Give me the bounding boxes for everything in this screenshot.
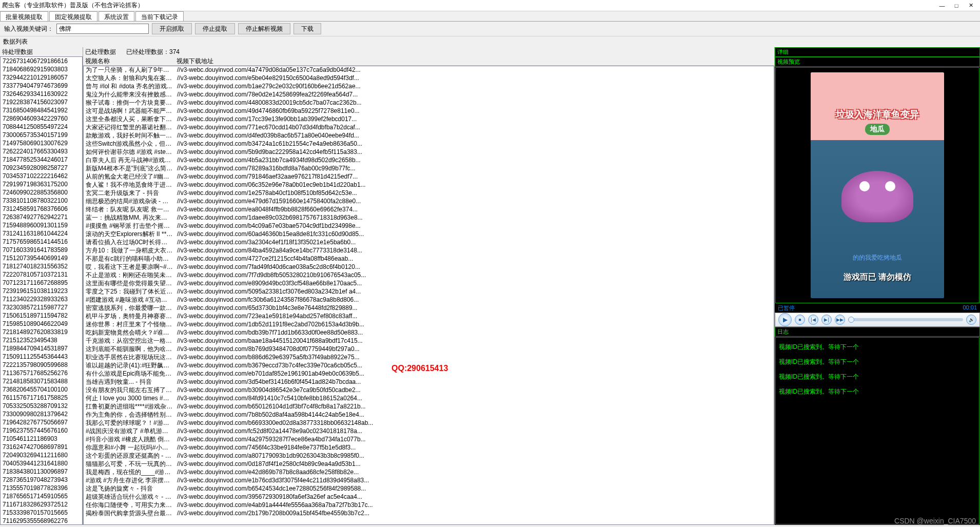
- volume-button[interactable]: 🔊: [966, 315, 976, 325]
- processed-row[interactable]: 职业选手居然在比赛现场玩这些游戏...//v3-webc.douyinvod.c…: [84, 354, 774, 362]
- processed-row[interactable]: 新版M4根本不是"到底"这么简单！后...//v3-webc.douyinvod…: [84, 165, 774, 173]
- tab-download-log[interactable]: 当前下载记录: [135, 11, 184, 21]
- tab-settings[interactable]: 系统设置: [99, 11, 134, 21]
- pending-row[interactable]: 7222135798090599688: [1, 361, 82, 369]
- processed-row[interactable]: 不止是游戏：刚刚还在啪笑未成年人...//v3-webc.douyinvod.c…: [84, 271, 774, 280]
- pending-row[interactable]: 7196428276775056697: [1, 418, 82, 426]
- pending-row[interactable]: 7316247427068697891: [1, 443, 82, 451]
- pending-row[interactable]: 7159488960091301159: [1, 221, 82, 229]
- pending-row[interactable]: 7326462933411630922: [1, 90, 82, 98]
- processed-row[interactable]: 太空狼人杀：射狼和内鬼在案发现场...//v3-webc.douyinvod.c…: [84, 74, 774, 83]
- close-button[interactable]: ✕: [964, 2, 978, 9]
- processed-row[interactable]: 超级英雄适合玩什么游戏々 - 抖音//v3-webc.douyinvod.com…: [84, 493, 774, 501]
- processed-row[interactable]: 鬼泣为什么能带来没有挫败感的挑战...//v3-webc.douyinvod.c…: [84, 91, 774, 99]
- processed-row[interactable]: 谁以超越的记录(41):#狂野飙车9七...//v3-webc.douyinvo…: [84, 362, 774, 370]
- processed-row[interactable]: 为了一只坐骑，有人刷了9年？看来...//v3-webc.douyinvod.c…: [84, 66, 774, 74]
- pending-row[interactable]: 7263874927762942271: [1, 213, 82, 221]
- pending-row[interactable]: 7135557019877828396: [1, 484, 82, 492]
- processed-row[interactable]: 款敞游戏，我好长时间不触一个人...//v3-webc.douyinvod.co…: [84, 132, 774, 140]
- pending-row[interactable]: 7262224017665330493: [1, 147, 82, 155]
- pending-row[interactable]: 7040539441231641880: [1, 459, 82, 467]
- pending-row[interactable]: 7184068692915903803: [1, 65, 82, 73]
- processed-row[interactable]: 细思极恐的结局#游戏杂谈 - 抖音//v3-webc.douyinvod.com…: [84, 198, 774, 206]
- start-crawl-button[interactable]: 开启抓取: [152, 23, 192, 34]
- pending-row[interactable]: 7323038572115987727: [1, 303, 82, 311]
- pending-row[interactable]: 7222078105710372131: [1, 270, 82, 279]
- pending-row[interactable]: 7226731406729186616: [1, 57, 82, 65]
- log-panel[interactable]: 视频ID已搜索到。等待下一个视频ID已搜索到。等待下一个视频ID已搜索到。等待下…: [775, 337, 979, 524]
- seek-slider[interactable]: [848, 318, 963, 321]
- pending-row[interactable]: 7218148927620833819: [1, 328, 82, 336]
- processed-row[interactable]: 吃妈新宠物竟然会晴火？#谁言1v4 #...//v3-webc.douyinvo…: [84, 329, 774, 337]
- processed-list[interactable]: 为了一只坐骑，有人刷了9年？看来...//v3-webc.douyinvod.c…: [83, 66, 774, 525]
- processed-row[interactable]: 玄冥二老升级版来了 - 抖音//v3-webc.douyinvod.com/1e…: [84, 189, 774, 198]
- play-button[interactable]: ▶: [778, 313, 792, 326]
- processed-row[interactable]: 终结者：队友呢 队友呢 救一下呗#...//v3-webc.douyinvod.…: [84, 206, 774, 214]
- pending-row[interactable]: 7239196151038119223: [1, 287, 82, 295]
- download-button[interactable]: 下载: [293, 23, 321, 34]
- processed-row[interactable]: 这是飞扬的旋窝々 - 抖音//v3-webc.douyinvod.com/b65…: [84, 485, 774, 493]
- pending-row[interactable]: 7092345928098258727: [1, 164, 82, 172]
- tab-batch-extract[interactable]: 批量视频提取: [0, 11, 48, 21]
- pending-row[interactable]: 7105461121186903: [1, 435, 82, 443]
- pending-row[interactable]: 7159851089046622049: [1, 320, 82, 328]
- pending-row[interactable]: 7287365197048273943: [1, 476, 82, 484]
- processed-row[interactable]: 任你海口随便夸，可用实力来碾压！...//v3-webc.douyinvod.c…: [84, 501, 774, 510]
- processed-row[interactable]: 我那么可爱的球球呢？！#游戏 #游...//v3-webc.douyinvod.…: [84, 419, 774, 427]
- pending-row[interactable]: 7151207395440699149: [1, 254, 82, 262]
- pending-row[interactable]: 7196237557445676160: [1, 426, 82, 435]
- processed-row[interactable]: 蓝一：挑战精致MM, 再次来到玄二个...//v3-webc.douyinvod…: [84, 214, 774, 222]
- pending-row[interactable]: 7053325053288709132: [1, 402, 82, 410]
- stop-button[interactable]: ■: [795, 315, 805, 325]
- processed-row[interactable]: 你愿意和#小舞 一起玩吗#小小游乐...//v3-webc.douyinvod.…: [84, 444, 774, 452]
- processed-row[interactable]: #团建游戏 #趣味游戏 #互动游戏 #1...//v3-webc.douyinv…: [84, 296, 774, 304]
- processed-row[interactable]: 没有朋友的我只能左右互搏了~#游戏...//v3-webc.douyinvod.…: [84, 386, 774, 395]
- processed-row[interactable]: 零度之下25：我碰到了体长近百米的...//v3-webc.douyinvod.…: [84, 288, 774, 296]
- pending-row[interactable]: 7071603391641783589: [1, 246, 82, 254]
- pending-row[interactable]: 7329442210129186057: [1, 73, 82, 82]
- processed-row[interactable]: 这些Switch游戏虽然小众，但请务必...//v3-webc.douyinvo…: [84, 140, 774, 148]
- pending-row[interactable]: 7116295355568962276: [1, 517, 82, 525]
- pending-row[interactable]: 7215123523495438: [1, 336, 82, 344]
- processed-row[interactable]: 密室逃脱系列，你最爱哪一款? #游...//v3-webc.douyinvod.…: [84, 304, 774, 313]
- next-button[interactable]: ▶|: [821, 315, 832, 325]
- processed-row[interactable]: 滚动的天空Explorers解析 II ******...//v3-webc.d…: [84, 230, 774, 239]
- pending-row[interactable]: 7300065735340157199: [1, 131, 82, 139]
- processed-row[interactable]: 食人鲨！我不停地觅食终于进化成功...//v3-webc.douyinvod.c…: [84, 181, 774, 189]
- pending-row[interactable]: 7034537102222216462: [1, 172, 82, 180]
- processed-row[interactable]: 请看位插入在过场0C时长得像个人#...//v3-webc.douyinvod.…: [84, 239, 774, 247]
- processed-row[interactable]: #抖音小游戏 #橡皮人跳酷 倒看跳酪...//v3-webc.douyinvod…: [84, 436, 774, 444]
- processed-row[interactable]: 机甲斗罗场，奥特曼月神赛赛大战竟...//v3-webc.douyinvod.c…: [84, 313, 774, 321]
- processed-row[interactable]: 白章夫人后 再无斗战神#游戏杂谈#...//v3-webc.douyinvod.…: [84, 157, 774, 165]
- processed-row[interactable]: 扛鲁初夏的进组啦****#游戏杂谈 #...//v3-webc.douyinvo…: [84, 403, 774, 411]
- pending-row[interactable]: 7153339870157015665: [1, 509, 82, 517]
- processed-row[interactable]: 何止 I love you 3000 times #钢铁侠 #...//v3-w…: [84, 395, 774, 403]
- pending-row[interactable]: 7181274018231556352: [1, 262, 82, 270]
- pending-row[interactable]: 7368206455704100100: [1, 385, 82, 394]
- processed-row[interactable]: 我是梅西，现在慌的____#游戏精...//v3-webc.douyinvod.…: [84, 469, 774, 477]
- keyword-input[interactable]: [56, 24, 149, 34]
- processed-row[interactable]: 从前的氪金大老已经没了#幽还水寒#...//v3-webc.douyinvod.…: [84, 173, 774, 181]
- pending-row[interactable]: 7286904609342229760: [1, 114, 82, 123]
- maximize-button[interactable]: □: [949, 3, 964, 9]
- processed-row[interactable]: 这里全条都没人买，果断拿下去开箱...//v3-webc.douyinvod.c…: [84, 115, 774, 124]
- pending-row[interactable]: 7113675717685256276: [1, 369, 82, 377]
- pending-row[interactable]: 7088441250855497224: [1, 123, 82, 131]
- pending-row[interactable]: 7611576717161758825: [1, 394, 82, 402]
- pending-row[interactable]: 7184778525344246017: [1, 155, 82, 164]
- pending-row[interactable]: 7175765986514144516: [1, 238, 82, 246]
- pending-row[interactable]: 7312458591768376606: [1, 205, 82, 213]
- pending-row[interactable]: 7330090980281379642: [1, 410, 82, 418]
- processed-row[interactable]: 当雄吉遇到牧童... - 抖音//v3-webc.douyinvod.com/3…: [84, 378, 774, 386]
- processed-row[interactable]: #摸摸鱼 #钢琴派 打击垫个摇摆摇狗...//v3-webc.douyinvod…: [84, 222, 774, 230]
- prev-button[interactable]: |◀: [808, 315, 818, 325]
- processed-row[interactable]: 迷你世界：村庄里来了个怪物 看见...//v3-webc.douyinvod.c…: [84, 321, 774, 329]
- processed-row[interactable]: 曾与 #lol 和 #dota 齐名的游戏...//v3-webc.douyin…: [84, 83, 774, 91]
- processed-row[interactable]: 方舟10：我做了一身稻皮大衣，身...//v3-webc.douyinvod.c…: [84, 247, 774, 255]
- stop-parse-button[interactable]: 停止解析视频: [238, 23, 290, 34]
- pending-row[interactable]: 7150911125545364443: [1, 353, 82, 361]
- pending-row[interactable]: 7337794047974673699: [1, 82, 82, 90]
- processed-row[interactable]: 作为主角的你，会选择牺牲别人征救...//v3-webc.douyinvod.c…: [84, 411, 774, 419]
- pending-row[interactable]: 7246099022885356800: [1, 188, 82, 197]
- processed-row[interactable]: 这可是战场啊！武器能不能严肃点！...//v3-webc.douyinvod.c…: [84, 107, 774, 115]
